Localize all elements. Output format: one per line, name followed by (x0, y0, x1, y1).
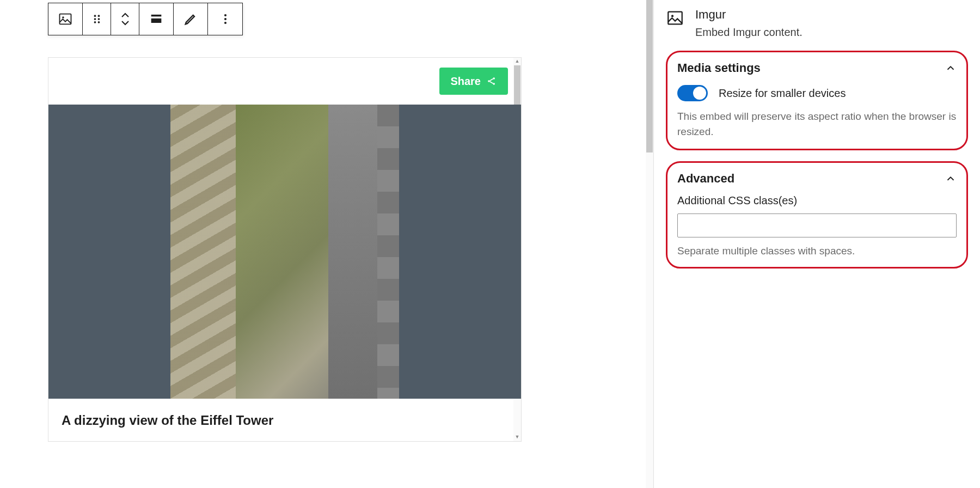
share-button[interactable]: Share (439, 68, 508, 95)
embed-caption: A dizzying view of the Eiffel Tower (62, 411, 508, 430)
css-classes-label: Additional CSS class(es) (677, 194, 957, 207)
editor-scroll-thumb[interactable] (646, 0, 653, 152)
edit-url-button[interactable] (174, 3, 208, 35)
svg-point-10 (224, 14, 226, 16)
svg-point-11 (224, 18, 226, 20)
block-toolbar (48, 3, 243, 35)
svg-rect-0 (60, 14, 71, 25)
move-controls (111, 3, 139, 35)
css-classes-help: Separate multiple classes with spaces. (677, 245, 957, 257)
scroll-up-icon[interactable]: ▲ (513, 58, 521, 65)
svg-point-4 (94, 18, 96, 20)
image-icon (58, 11, 73, 27)
share-label: Share (450, 73, 481, 89)
align-button[interactable] (139, 3, 174, 35)
align-icon (149, 11, 164, 27)
drag-handle[interactable] (83, 3, 111, 35)
svg-point-2 (94, 15, 96, 17)
svg-point-6 (94, 21, 96, 23)
media-settings-title: Media settings (677, 61, 761, 75)
chevron-up-icon (945, 173, 957, 185)
resize-toggle-label: Resize for smaller devices (719, 87, 846, 100)
chevron-down-icon (121, 20, 130, 26)
more-options-button[interactable] (208, 3, 242, 35)
svg-point-17 (671, 15, 673, 17)
move-up-button[interactable] (120, 11, 131, 19)
settings-sidebar: Imgur Embed Imgur content. Media setting… (653, 0, 980, 488)
svg-rect-16 (668, 12, 682, 25)
svg-point-15 (493, 83, 495, 85)
css-classes-input[interactable] (677, 213, 957, 237)
svg-point-3 (97, 15, 100, 17)
svg-point-13 (488, 80, 490, 82)
svg-point-12 (224, 22, 226, 24)
embedded-image (48, 105, 521, 399)
advanced-toggle[interactable]: Advanced (677, 172, 957, 186)
scroll-down-icon[interactable]: ▼ (513, 434, 521, 441)
resize-help-text: This embed will preserve its aspect rati… (677, 109, 957, 139)
block-title: Imgur (695, 8, 803, 22)
advanced-panel: Advanced Additional CSS class(es) Separa… (666, 161, 968, 269)
editor-canvas[interactable]: ating is this discovery! ▲ ▼ Share (0, 0, 646, 488)
pencil-icon (183, 11, 198, 27)
imgur-embed-block[interactable]: ▲ ▼ Share A (48, 57, 522, 442)
svg-point-1 (62, 16, 64, 19)
media-settings-panel: Media settings Resize for smaller device… (666, 51, 968, 150)
svg-rect-8 (151, 15, 162, 16)
move-down-button[interactable] (120, 19, 131, 27)
resize-toggle[interactable] (677, 85, 708, 101)
chevron-up-icon (945, 62, 957, 74)
block-card: Imgur Embed Imgur content. (666, 8, 968, 39)
chevron-up-icon (121, 13, 130, 18)
advanced-title: Advanced (677, 172, 734, 186)
share-icon (486, 76, 497, 87)
block-type-button[interactable] (48, 3, 83, 35)
block-description: Embed Imgur content. (695, 26, 803, 39)
media-settings-toggle[interactable]: Media settings (677, 61, 957, 75)
svg-rect-9 (151, 19, 162, 23)
imgur-block-icon (666, 9, 684, 29)
drag-icon (89, 11, 105, 27)
svg-point-5 (97, 18, 100, 20)
svg-point-7 (97, 21, 100, 23)
more-vertical-icon (218, 11, 233, 27)
editor-scrollbar[interactable] (646, 0, 653, 488)
svg-point-14 (493, 77, 495, 80)
